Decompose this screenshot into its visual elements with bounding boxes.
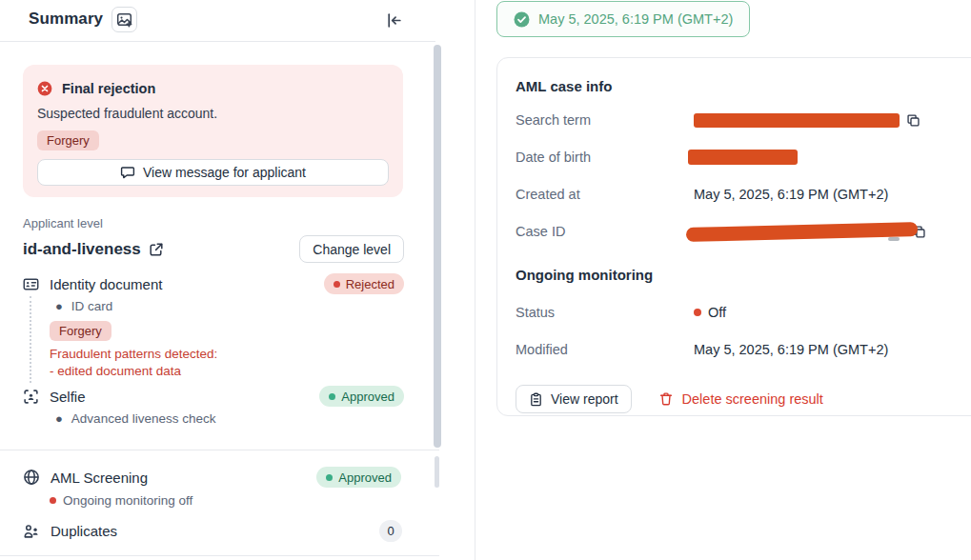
status-dot: [334, 281, 340, 288]
field-label: Created at: [516, 187, 694, 202]
monitoring-off-note: Ongoing monitoring off: [50, 493, 192, 508]
field-row-modified: Modified May 5, 2025, 6:19 PM (GMT+2): [516, 340, 971, 359]
checklist-connector: [30, 296, 31, 383]
status-badge-approved: Approved: [319, 386, 404, 407]
alert-reason: Suspected fraudulent account.: [37, 106, 389, 121]
collapse-sidebar-button[interactable]: [382, 9, 405, 31]
sidebar-title: Summary: [29, 10, 103, 29]
timestamp-text: May 5, 2025, 6:19 PM (GMT+2): [538, 11, 733, 27]
page: Summary: [0, 0, 971, 560]
check-row-duplicates[interactable]: Duplicates 0: [23, 520, 402, 542]
scrollbar-thumb-small[interactable]: [435, 456, 439, 488]
aml-case-info-card: AML case info Search term Date of birth …: [496, 57, 971, 416]
check-row-selfie[interactable]: Selfie Approved: [23, 386, 404, 407]
monitoring-status-value: Off: [694, 305, 726, 320]
delete-screening-label: Delete screening result: [682, 391, 823, 407]
selfie-scan-icon: [23, 389, 39, 405]
peeking-text-fragment: [888, 237, 900, 241]
field-label: Search term: [516, 112, 694, 128]
ongoing-monitoring-title: Ongoing monitoring: [516, 267, 971, 283]
globe-icon: [23, 469, 40, 486]
field-value: May 5, 2025, 6:19 PM (GMT+2): [694, 187, 888, 202]
view-message-label: View message for applicant: [143, 165, 306, 180]
status-badge-approved: Approved: [316, 467, 401, 488]
check-label: AML Screening: [51, 470, 148, 486]
chat-bubble-icon: [120, 165, 135, 180]
view-report-label: View report: [551, 391, 618, 407]
off-status-dot: [694, 309, 701, 316]
duplicates-count-badge: 0: [379, 520, 402, 542]
field-row-status: Status Off: [516, 303, 971, 322]
report-clipboard-icon: [529, 392, 543, 407]
final-rejection-alert: Final rejection Suspected fraudulent acc…: [23, 65, 403, 197]
image-add-icon: [116, 11, 132, 28]
duplicates-people-icon: [23, 523, 40, 540]
check-item: ● Advanced liveness check: [55, 411, 215, 426]
status-badge-rejected: Rejected: [324, 273, 404, 294]
redacted-value-stroke: [686, 222, 918, 242]
field-row-created-at: Created at May 5, 2025, 6:19 PM (GMT+2): [516, 185, 971, 204]
panel-divider: [475, 0, 475, 560]
check-row-aml-screening[interactable]: AML Screening Approved: [23, 467, 401, 488]
status-dot: [326, 474, 333, 481]
check-label: Selfie: [50, 389, 86, 405]
redacted-value-bar: [688, 150, 798, 165]
fraud-warning-line: Fraudulent patterns detected:: [50, 346, 217, 362]
change-level-button[interactable]: Change level: [299, 235, 404, 263]
red-status-dot: [50, 497, 56, 504]
field-value: May 5, 2025, 6:19 PM (GMT+2): [694, 342, 888, 357]
section-divider: [0, 450, 439, 450]
check-row-identity-document[interactable]: Identity document Rejected: [23, 273, 404, 294]
redacted-value-bar: [694, 113, 900, 128]
sidebar-header: Summary: [0, 0, 435, 42]
card-title: AML case info: [516, 78, 971, 94]
field-label: Date of birth: [516, 150, 694, 165]
section-divider: [0, 555, 439, 556]
error-circle-icon: [37, 81, 52, 96]
sidebar-scrollbar-thumb[interactable]: [434, 45, 441, 448]
field-label: Modified: [516, 342, 694, 357]
check-circle-icon: [514, 11, 530, 28]
copy-button[interactable]: [906, 113, 920, 128]
view-message-button[interactable]: View message for applicant: [37, 159, 389, 186]
field-label: Case ID: [516, 224, 694, 239]
delete-screening-button[interactable]: Delete screening result: [658, 391, 823, 407]
field-row-search-term: Search term: [516, 110, 971, 130]
copy-icon: [906, 113, 920, 128]
screening-timestamp-badge: May 5, 2025, 6:19 PM (GMT+2): [496, 1, 750, 37]
alert-title: Final rejection: [62, 81, 155, 96]
id-card-icon: [23, 276, 39, 292]
change-level-label: Change level: [313, 242, 391, 257]
view-report-button[interactable]: View report: [516, 385, 632, 413]
applicant-level-label: Applicant level: [23, 216, 103, 230]
field-label: Status: [516, 305, 694, 320]
trash-icon: [658, 391, 674, 407]
rejection-tag: Forgery: [37, 130, 99, 150]
summary-sidebar: Summary: [0, 0, 439, 560]
field-row-case-id: Case ID: [516, 222, 971, 241]
status-dot: [329, 393, 335, 400]
bullet-dot: ●: [55, 411, 63, 426]
check-item: ● ID card: [55, 299, 112, 313]
field-row-date-of-birth: Date of birth: [516, 148, 971, 167]
check-label: Identity document: [50, 276, 162, 292]
screenshot-add-button[interactable]: [111, 7, 137, 32]
check-label: Duplicates: [51, 523, 117, 539]
external-link-icon[interactable]: [149, 242, 164, 257]
fraud-warning-line: - edited document data: [50, 363, 181, 379]
collapse-left-icon: [385, 11, 403, 30]
document-tag: Forgery: [50, 321, 111, 341]
bullet-dot: ●: [55, 299, 63, 313]
applicant-level-value: id-and-liveness: [23, 240, 164, 259]
